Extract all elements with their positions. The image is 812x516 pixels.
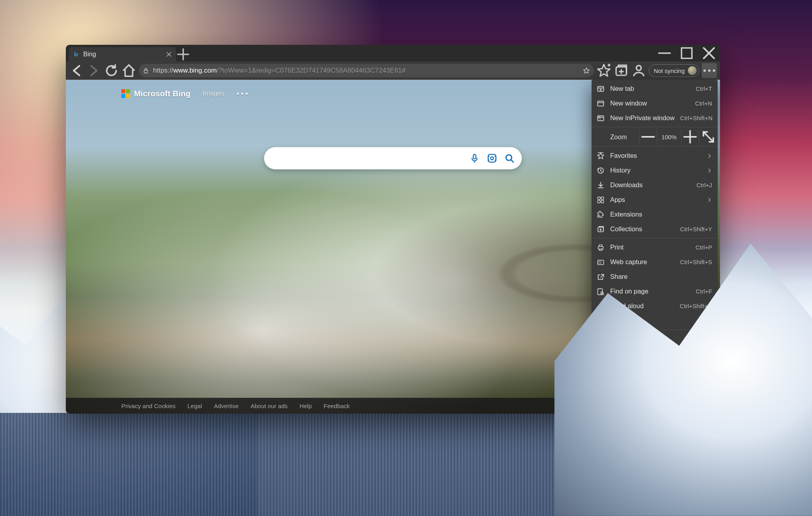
menu-separator [592, 146, 718, 147]
new-window-icon [597, 100, 605, 107]
window-controls [653, 45, 720, 61]
desktop-wallpaper-foreground [0, 413, 812, 516]
window-maximize-button[interactable] [676, 45, 698, 61]
menu-separator [592, 363, 718, 363]
favorites-icon [597, 152, 605, 160]
bing-image-controls [653, 378, 712, 394]
menu-close-edge[interactable]: Close Microsoft Edge [592, 364, 718, 379]
menu-new-inprivate-window[interactable]: New InPrivate window Ctrl+Shift+N [592, 111, 718, 125]
menu-settings[interactable]: Settings [592, 332, 718, 346]
tab-title: Bing [83, 51, 162, 58]
nav-refresh-button[interactable] [104, 63, 119, 78]
address-bar[interactable]: https://www.bing.com/?toWww=1&redig=C076… [139, 64, 594, 77]
edge-browser-window: Bing https://www.bing.com/?toWww=1&redig… [66, 45, 720, 414]
menu-share[interactable]: Share [592, 269, 718, 284]
share-icon [597, 273, 605, 281]
menu-new-window[interactable]: New window Ctrl+N [592, 96, 718, 111]
zoom-out-button[interactable] [639, 129, 657, 145]
collections-button[interactable] [614, 63, 629, 78]
bing-image-next-button[interactable] [695, 378, 712, 394]
microsoft-logo-icon [121, 89, 130, 98]
new-tab-icon [597, 85, 605, 93]
footer-link-feedback[interactable]: Feedback [324, 403, 350, 409]
bing-search-bar[interactable] [264, 147, 522, 169]
menu-web-capture[interactable]: Web capture Ctrl+Shift+S [592, 255, 718, 269]
footer-link-advertise[interactable]: Advertise [214, 403, 239, 409]
menu-separator [592, 330, 718, 330]
bing-images-link[interactable]: Images [203, 90, 225, 98]
chevron-right-icon [707, 153, 712, 159]
browser-toolbar: https://www.bing.com/?toWww=1&redig=C076… [66, 61, 720, 80]
voice-search-icon[interactable] [469, 153, 480, 163]
chevron-right-icon [707, 168, 712, 173]
nav-back-button[interactable] [69, 63, 84, 78]
browser-tab-active[interactable]: Bing [69, 47, 176, 61]
profile-avatar-icon [688, 66, 697, 75]
search-submit-icon[interactable] [504, 153, 515, 163]
menu-collections[interactable]: Collections Ctrl+Shift+Y [592, 222, 718, 236]
bing-favicon-icon [73, 51, 79, 58]
bing-footer: Privacy and Cookies Legal Advertise Abou… [66, 398, 720, 414]
menu-print[interactable]: Print Ctrl+P [592, 240, 718, 255]
zoom-in-button[interactable] [681, 129, 699, 145]
zoom-label: Zoom [610, 133, 639, 141]
settings-and-more-button[interactable] [702, 63, 717, 78]
bing-logo[interactable]: Microsoft Bing [121, 89, 191, 98]
tab-close-button[interactable] [166, 51, 172, 58]
download-icon [597, 181, 605, 189]
add-favorite-button[interactable] [583, 67, 590, 74]
menu-separator [592, 127, 718, 127]
chevron-right-icon [707, 318, 712, 324]
read-aloud-icon [597, 302, 605, 310]
settings-and-more-menu: New tab Ctrl+T New window Ctrl+N New InP… [592, 80, 718, 381]
help-icon [597, 350, 605, 358]
nav-home-button[interactable] [121, 63, 136, 78]
menu-downloads[interactable]: Downloads Ctrl+J [592, 178, 718, 192]
collections-icon [597, 225, 605, 233]
footer-copyright: © 2020 Microsoft [659, 403, 704, 409]
nav-forward-button[interactable] [86, 63, 102, 78]
zoom-value: 100% [657, 129, 681, 145]
apps-icon [597, 196, 605, 204]
sync-status-label: Not syncing [654, 67, 685, 74]
inprivate-icon [597, 114, 605, 122]
chevron-right-icon [707, 197, 712, 203]
bing-image-info-button[interactable] [653, 378, 671, 394]
footer-link-legal[interactable]: Legal [188, 403, 202, 409]
menu-separator [592, 238, 718, 238]
sync-status-pill[interactable]: Not syncing [649, 64, 699, 77]
chevron-right-icon [707, 351, 712, 357]
menu-read-aloud[interactable]: Read aloud Ctrl+Shift+U [592, 299, 718, 313]
menu-help-feedback[interactable]: Help and feedback [592, 346, 718, 361]
footer-link-privacy[interactable]: Privacy and Cookies [121, 403, 176, 409]
menu-new-tab[interactable]: New tab Ctrl+T [592, 81, 718, 96]
menu-history[interactable]: History [592, 163, 718, 178]
web-capture-icon [597, 258, 605, 266]
bing-image-prev-button[interactable] [674, 378, 691, 394]
window-minimize-button[interactable] [653, 45, 676, 61]
new-tab-button[interactable] [176, 47, 190, 61]
fullscreen-button[interactable] [699, 129, 718, 145]
bing-search-input[interactable] [271, 154, 462, 163]
titlebar: Bing [66, 45, 720, 61]
bing-brand-text: Microsoft Bing [134, 89, 191, 98]
extensions-icon [597, 211, 605, 219]
footer-link-aboutads[interactable]: About our ads [251, 403, 287, 409]
print-icon [597, 244, 605, 251]
profile-button[interactable] [631, 63, 646, 78]
address-url: https://www.bing.com/?toWww=1&redig=C076… [153, 67, 579, 75]
history-icon [597, 167, 605, 175]
bing-more-button[interactable]: ••• [237, 89, 250, 98]
menu-apps[interactable]: Apps [592, 192, 718, 207]
menu-extensions[interactable]: Extensions [592, 207, 718, 222]
gear-icon [597, 335, 605, 343]
window-close-button[interactable] [698, 45, 720, 61]
menu-favorites[interactable]: Favorites [592, 148, 718, 163]
footer-link-help[interactable]: Help [299, 403, 312, 409]
menu-find-on-page[interactable]: Find on page Ctrl+F [592, 284, 718, 299]
favorites-button[interactable] [596, 63, 611, 78]
find-icon [597, 288, 605, 295]
menu-more-tools[interactable]: More tools [592, 313, 718, 328]
image-search-icon[interactable] [487, 153, 497, 163]
site-lock-icon [143, 67, 149, 74]
